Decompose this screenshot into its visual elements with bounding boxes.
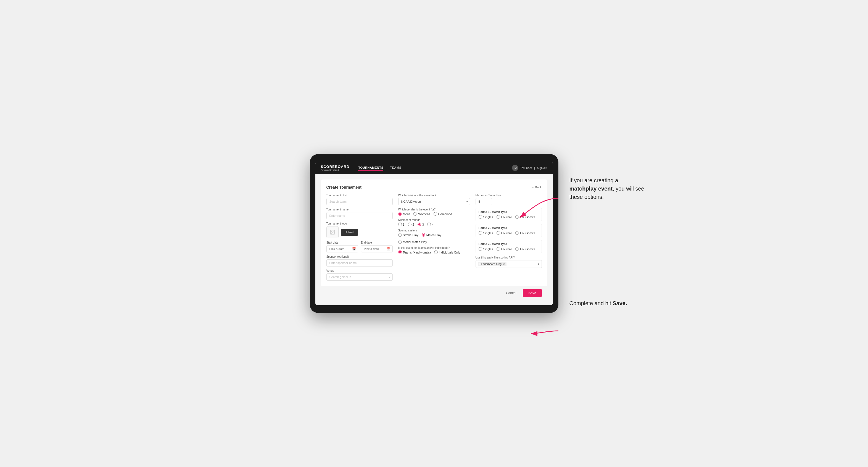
round3-match-type: Round 3 - Match Type Singles Fourball — [475, 240, 542, 253]
round1-options: Singles Fourball Foursomes — [478, 215, 539, 219]
teams-individuals-label: Is this event for Teams and/or Individua… — [398, 246, 470, 249]
tablet-frame: SCOREBOARD Powered by clippit TOURNAMENT… — [310, 154, 558, 313]
tournament-logo-group: Tournament logo Upload — [327, 222, 393, 238]
api-dropdown-icon: ▾ — [538, 262, 539, 266]
api-tag-close[interactable]: ✕ — [503, 262, 505, 266]
divider: | — [534, 166, 535, 169]
rounds-label: Number of rounds — [398, 218, 470, 221]
rounds-group: Number of rounds 1 2 3 — [398, 218, 470, 226]
division-select-wrapper: NCAA Division I NCAA Division II NCAA Di… — [398, 198, 470, 205]
rounds-2[interactable]: 2 — [408, 223, 414, 226]
teams-radio-group: Teams (+Individuals) Individuals Only — [398, 250, 470, 254]
app-logo: SCOREBOARD Powered by clippit — [321, 165, 350, 171]
tournament-host-input[interactable] — [327, 198, 393, 205]
calendar-icon-end: 📅 — [386, 247, 391, 251]
user-avatar: TU — [512, 165, 518, 171]
sponsor-label: Sponsor (optional) — [327, 255, 393, 258]
user-name: Test User — [520, 166, 532, 169]
logo-upload-area: Upload — [327, 226, 393, 238]
tournament-host-label: Tournament Host — [327, 194, 393, 197]
form-section-left: Tournament Host Tournament name Tourname… — [327, 194, 393, 281]
nav-tournaments[interactable]: TOURNAMENTS — [358, 165, 383, 171]
max-team-size-group: Maximum Team Size — [475, 194, 542, 205]
rounds-3[interactable]: 3 — [417, 223, 424, 226]
division-select[interactable]: NCAA Division I NCAA Division II NCAA Di… — [398, 198, 470, 205]
api-label: Use third-party live scoring API? — [475, 256, 542, 259]
gender-radio-group: Mens Womens Combined — [398, 212, 470, 216]
round1-fourball[interactable]: Fourball — [497, 215, 512, 219]
form-grid: Tournament Host Tournament name Tourname… — [327, 194, 542, 281]
round3-fourball[interactable]: Fourball — [497, 247, 512, 251]
start-date-wrapper: 📅 — [327, 245, 358, 252]
scoring-label: Scoring system — [398, 229, 470, 232]
main-content: Create Tournament ← Back Tournament Host… — [315, 174, 553, 305]
tournament-name-group: Tournament name — [327, 208, 393, 219]
sponsor-group: Sponsor (optional) — [327, 255, 393, 267]
annotation-right: If you are creating a matchplay event, y… — [569, 176, 647, 201]
end-date-wrapper: 📅 — [361, 245, 393, 252]
back-link[interactable]: ← Back — [531, 186, 542, 189]
round2-foursomes[interactable]: Foursomes — [515, 231, 535, 235]
round1-foursomes[interactable]: Foursomes — [515, 215, 535, 219]
teams-option[interactable]: Teams (+Individuals) — [398, 250, 431, 254]
max-team-size-label: Maximum Team Size — [475, 194, 542, 197]
max-team-size-input[interactable] — [475, 198, 492, 205]
api-tag-input[interactable]: Leaderboard King ✕ ▾ — [475, 260, 542, 268]
venue-group: Venue — [327, 269, 393, 281]
round2-options: Singles Fourball Foursomes — [478, 231, 539, 235]
svg-point-1 — [331, 231, 332, 232]
rounds-1[interactable]: 1 — [398, 223, 405, 226]
individuals-option[interactable]: Individuals Only — [434, 250, 460, 254]
annotation-bottom: Complete and hit Save. — [569, 299, 647, 307]
logo-title: SCOREBOARD — [321, 165, 350, 169]
start-date-label: Start date — [327, 241, 358, 244]
round1-match-type: Round 1 - Match Type Singles Fourball — [475, 208, 542, 221]
gender-mens[interactable]: Mens — [398, 212, 410, 216]
logo-sub: Powered by clippit — [321, 169, 350, 171]
gender-combined[interactable]: Combined — [434, 212, 452, 216]
rounds-radio-group: 1 2 3 4 — [398, 223, 470, 226]
scoring-match[interactable]: Match Play — [422, 233, 441, 237]
venue-select-wrapper — [327, 273, 393, 281]
gender-group: Which gender is the event for? Mens Wome… — [398, 208, 470, 216]
tournament-logo-label: Tournament logo — [327, 222, 393, 225]
tablet-screen: SCOREBOARD Powered by clippit TOURNAMENT… — [315, 162, 553, 305]
save-button[interactable]: Save — [523, 289, 541, 297]
sign-out-link[interactable]: Sign out — [537, 166, 547, 169]
rounds-4[interactable]: 4 — [427, 223, 434, 226]
app-header: SCOREBOARD Powered by clippit TOURNAMENT… — [315, 162, 553, 174]
form-footer: Cancel Save — [321, 286, 547, 300]
gender-womens[interactable]: Womens — [413, 212, 430, 216]
logo-placeholder — [327, 226, 339, 238]
round3-label: Round 3 - Match Type — [478, 243, 539, 246]
sponsor-input[interactable] — [327, 259, 393, 267]
division-group: Which division is the event for? NCAA Di… — [398, 194, 470, 205]
nav-teams[interactable]: TEAMS — [390, 165, 401, 171]
tournament-host-group: Tournament Host — [327, 194, 393, 205]
scoring-stroke[interactable]: Stroke Play — [398, 233, 418, 237]
scoring-medal[interactable]: Medal Match Play — [398, 240, 427, 244]
page-title: Create Tournament — [327, 185, 362, 189]
calendar-icon: 📅 — [352, 247, 356, 251]
upload-button[interactable]: Upload — [341, 229, 358, 236]
round1-label: Round 1 - Match Type — [478, 211, 539, 214]
round2-fourball[interactable]: Fourball — [497, 231, 512, 235]
header-left: SCOREBOARD Powered by clippit TOURNAMENT… — [321, 165, 402, 171]
division-label: Which division is the event for? — [398, 194, 470, 197]
round1-singles[interactable]: Singles — [478, 215, 493, 219]
form-section-right: Maximum Team Size Round 1 - Match Type S… — [475, 194, 542, 281]
tournament-name-label: Tournament name — [327, 208, 393, 211]
round2-singles[interactable]: Singles — [478, 231, 493, 235]
form-header: Create Tournament ← Back — [327, 185, 542, 189]
api-tag: Leaderboard King ✕ — [478, 262, 507, 266]
venue-input[interactable] — [327, 273, 393, 281]
tournament-name-input[interactable] — [327, 212, 393, 219]
scoring-group: Scoring system Stroke Play Match Play — [398, 229, 470, 244]
date-row: Start date 📅 End date — [327, 241, 393, 252]
api-group: Use third-party live scoring API? Leader… — [475, 256, 542, 268]
scoring-radio-group: Stroke Play Match Play Medal Match Play — [398, 233, 470, 244]
cancel-button[interactable]: Cancel — [502, 289, 520, 297]
round3-foursomes[interactable]: Foursomes — [515, 247, 535, 251]
venue-label: Venue — [327, 269, 393, 272]
round3-singles[interactable]: Singles — [478, 247, 493, 251]
